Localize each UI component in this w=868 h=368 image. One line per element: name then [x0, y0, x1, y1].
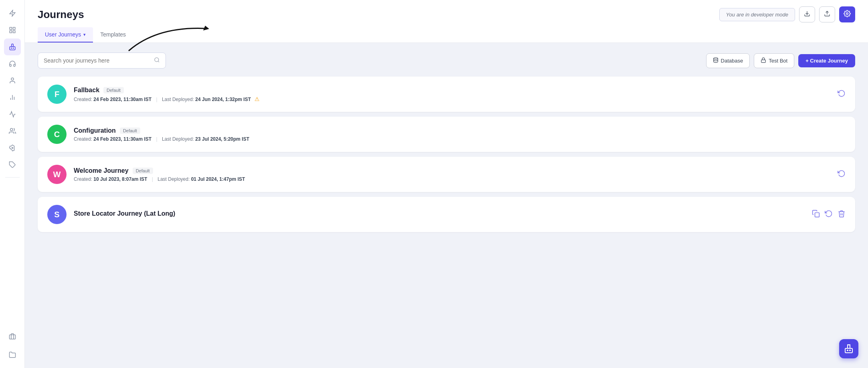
database-icon [713, 57, 719, 64]
download-icon [804, 10, 810, 18]
header-top: Journeys You are in developer mode [38, 6, 855, 22]
sidebar [0, 0, 25, 368]
journey-name-row: Fallback Default [74, 87, 830, 94]
search-input[interactable] [44, 57, 151, 64]
journey-card-store-locator[interactable]: S Store Locator Journey (Lat Long) [38, 197, 855, 232]
journey-name: Store Locator Journey (Lat Long) [74, 210, 175, 217]
svg-point-26 [850, 350, 850, 351]
create-journey-label: + Create Journey [805, 58, 848, 64]
deployed-label: Last Deployed: [162, 136, 195, 142]
chevron-down-icon: ▾ [83, 32, 86, 37]
svg-point-21 [713, 58, 718, 59]
page-title: Journeys [38, 8, 84, 21]
svg-line-20 [158, 61, 159, 62]
deployed-value: 24 Jun 2024, 1:32pm IST [195, 97, 251, 102]
headset-icon[interactable] [4, 55, 21, 72]
journey-name-row: Welcome Journey Default [74, 167, 830, 174]
header-actions: You are in developer mode [719, 6, 855, 22]
tabs: User Journeys ▾ Templates [38, 27, 855, 42]
journey-list: F Fallback Default Created: 24 Feb 2023,… [38, 77, 855, 232]
deployed-value: 23 Jul 2024, 5:20pm IST [195, 136, 249, 142]
megaphone-icon[interactable] [4, 5, 21, 22]
rocket-icon[interactable] [4, 140, 21, 156]
test-bot-icon [761, 57, 766, 64]
warning-icon: ⚠ [254, 96, 260, 102]
sidebar-divider [5, 177, 20, 178]
action-buttons: Database Test Bot + Create Journey [706, 53, 855, 68]
test-bot-button[interactable]: Test Bot [754, 53, 794, 68]
created-label: Created: [74, 176, 93, 182]
journey-card-configuration[interactable]: C Configuration Default Created: 24 Feb … [38, 117, 855, 152]
tab-user-journeys-label: User Journeys [45, 31, 81, 38]
history-icon[interactable] [825, 210, 833, 220]
svg-point-11 [10, 128, 12, 131]
action-bar: Database Test Bot + Create Journey [38, 53, 855, 69]
tab-templates[interactable]: Templates [93, 27, 133, 42]
svg-rect-0 [10, 27, 12, 29]
journey-name-row: Configuration Default [74, 127, 838, 134]
created-label: Created: [74, 136, 93, 142]
svg-rect-23 [815, 212, 820, 217]
download-button[interactable] [799, 6, 815, 22]
svg-point-5 [11, 48, 12, 49]
content-area: Database Test Bot + Create Journey F Fal… [25, 43, 868, 368]
dev-mode-badge: You are in developer mode [719, 8, 795, 21]
search-icon [154, 57, 160, 64]
search-box [38, 53, 166, 69]
folder2-icon[interactable] [4, 346, 21, 363]
tab-templates-label: Templates [100, 31, 126, 38]
journey-badge: Default [120, 127, 140, 134]
journey-name: Fallback [74, 87, 99, 94]
journey-actions [812, 210, 846, 220]
bot-float-button[interactable] [839, 339, 858, 358]
journey-card-welcome-journey[interactable]: W Welcome Journey Default Created: 10 Ju… [38, 157, 855, 192]
journey-avatar: C [47, 125, 67, 144]
journey-meta: Created: 24 Feb 2023, 11:30am IST | Last… [74, 136, 838, 142]
user-icon[interactable] [4, 72, 21, 89]
journey-actions [838, 170, 846, 180]
duplicate-icon[interactable] [812, 210, 820, 220]
svg-rect-14 [9, 335, 15, 339]
folder-icon[interactable] [4, 328, 21, 345]
created-value: 24 Feb 2023, 11:30am IST [93, 97, 151, 102]
created-value: 24 Feb 2023, 11:30am IST [93, 136, 151, 142]
svg-point-25 [847, 350, 848, 351]
upload-button[interactable] [819, 6, 835, 22]
team-icon[interactable] [4, 123, 21, 140]
chart-icon[interactable] [4, 89, 21, 106]
svg-point-6 [13, 48, 14, 49]
journey-info: Configuration Default Created: 24 Feb 20… [74, 127, 838, 142]
create-journey-button[interactable]: + Create Journey [798, 54, 855, 67]
journey-badge: Default [103, 87, 124, 93]
journey-card-fallback[interactable]: F Fallback Default Created: 24 Feb 2023,… [38, 77, 855, 112]
test-bot-label: Test Bot [769, 58, 787, 64]
created-label: Created: [74, 97, 93, 102]
database-label: Database [721, 58, 743, 64]
analytics-icon[interactable] [4, 106, 21, 123]
created-value: 10 Jul 2023, 8:07am IST [93, 176, 147, 182]
journey-name: Configuration [74, 127, 116, 134]
svg-rect-3 [10, 31, 12, 33]
deployed-label: Last Deployed: [162, 97, 195, 102]
separator: | [156, 136, 158, 142]
journey-name: Welcome Journey [74, 167, 129, 174]
journey-avatar: W [47, 165, 67, 184]
settings-button[interactable] [839, 6, 855, 22]
journey-meta: Created: 24 Feb 2023, 11:30am IST | Last… [74, 96, 830, 102]
svg-rect-1 [13, 27, 15, 29]
history-icon[interactable] [838, 89, 846, 99]
database-button[interactable]: Database [706, 53, 750, 68]
tab-user-journeys[interactable]: User Journeys ▾ [38, 27, 93, 42]
svg-rect-4 [10, 47, 15, 50]
history-icon[interactable] [838, 170, 846, 180]
journey-meta: Created: 10 Jul 2023, 8:07am IST | Last … [74, 176, 830, 182]
bot-icon[interactable] [4, 38, 21, 55]
svg-point-12 [12, 148, 13, 149]
grid-icon[interactable] [4, 22, 21, 38]
puzzle-icon[interactable] [4, 156, 21, 173]
journey-actions [838, 89, 846, 99]
gear-icon [844, 10, 851, 19]
upload-icon [824, 10, 830, 18]
svg-rect-2 [13, 31, 15, 33]
delete-icon[interactable] [838, 210, 846, 220]
